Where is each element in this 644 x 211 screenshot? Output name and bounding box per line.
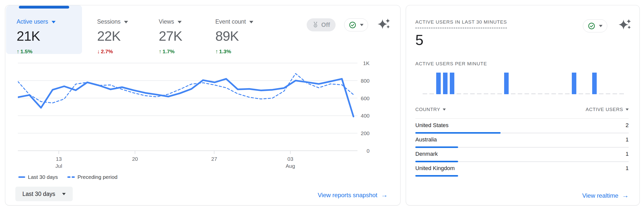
svg-text:1K: 1K <box>363 60 370 66</box>
country-name: United States <box>415 122 449 129</box>
data-quality-dropdown[interactable] <box>583 19 607 32</box>
minute-empty-dash <box>484 71 488 94</box>
table-rows: United States 2 Australia 1 Denmark 1 <box>415 122 629 179</box>
svg-text:0: 0 <box>367 148 370 154</box>
chevron-down-icon <box>360 24 364 26</box>
active-users-30min-value: 5 <box>415 31 423 48</box>
minute-empty-dash <box>429 71 434 94</box>
svg-text:Aug: Aug <box>286 163 295 169</box>
minute-empty-dash <box>579 71 583 94</box>
metric-change: ↑ 1.5% <box>17 48 90 55</box>
trend-arrow-icon: ↑ <box>215 48 218 55</box>
metric-value: 89K <box>215 28 288 44</box>
minute-empty-dash <box>531 71 536 94</box>
active-users-count: 1 <box>626 165 629 172</box>
table-header: COUNTRY ACTIVE USERS <box>415 107 629 118</box>
active-users-count: 2 <box>626 122 629 129</box>
metric-label: Event count <box>215 18 288 25</box>
active-users-count: 1 <box>626 151 629 157</box>
check-circle-icon <box>588 22 595 30</box>
minute-empty-dash <box>525 71 529 94</box>
progress-bar <box>415 175 458 177</box>
progress-bar <box>415 161 458 162</box>
realtime-country-table: COUNTRY ACTIVE USERS United States 2 Aus… <box>415 107 629 179</box>
metric-value: 21K <box>17 28 90 44</box>
progress-bar <box>415 132 501 134</box>
column-label: ACTIVE USERS <box>586 107 623 112</box>
minute-empty-dash <box>457 71 461 94</box>
chevron-down-icon <box>249 21 253 23</box>
column-header-active-users[interactable]: ACTIVE USERS <box>586 107 629 112</box>
metric-change-text: 1.5% <box>20 48 32 55</box>
minute-bar <box>504 71 509 94</box>
country-name: United Kingdom <box>415 165 455 172</box>
metric-label: Active users <box>17 18 90 25</box>
ga-home-dashboard: Active users 21K ↑ 1.5% Sessions 22K ↓ 2… <box>0 0 644 211</box>
minute-empty-dash <box>619 71 624 94</box>
insights-sparkle-button[interactable] <box>618 18 632 32</box>
svg-text:200: 200 <box>361 130 370 136</box>
svg-text:27: 27 <box>211 156 217 162</box>
country-name: Denmark <box>415 151 438 157</box>
metric-change-text: 2.7% <box>101 48 113 55</box>
metric-label-text: Event count <box>215 18 246 25</box>
minute-empty-dash <box>545 71 549 94</box>
minute-empty-dash <box>491 71 495 94</box>
minute-empty-dash <box>585 71 590 94</box>
legend-preceding-period: Preceding period <box>67 174 117 180</box>
minute-empty-dash <box>518 71 522 94</box>
insights-sparkle-button[interactable] <box>377 17 391 31</box>
sparkle-icon <box>378 18 391 31</box>
metric-tab-event-count[interactable]: Event count 89K ↑ 1.3% <box>215 18 288 55</box>
column-header-country[interactable]: COUNTRY <box>415 107 446 112</box>
link-label: View realtime <box>582 192 618 199</box>
header-divider <box>415 118 629 119</box>
progress-bar <box>415 146 458 148</box>
benchmarking-off-badge[interactable]: Off <box>307 18 336 31</box>
legend-label: Preceding period <box>77 174 117 180</box>
realtime-title: ACTIVE USERS IN LAST 30 MINUTES <box>415 19 507 28</box>
minute-empty-dash <box>497 71 502 94</box>
active-users-count: 1 <box>626 136 629 143</box>
svg-text:20: 20 <box>132 156 138 162</box>
realtime-card: ACTIVE USERS IN LAST 30 MINUTES 5 ACTIVE… <box>406 5 640 205</box>
minute-empty-dash <box>538 71 542 94</box>
metric-change-text: 1.7% <box>163 48 175 55</box>
minute-empty-dash <box>565 71 570 94</box>
check-circle-icon <box>349 21 356 29</box>
trend-arrow-icon: ↑ <box>17 48 19 55</box>
chevron-down-icon <box>62 193 66 195</box>
metric-tab-active-users[interactable]: Active users 21K ↑ 1.5% <box>17 18 90 55</box>
active-users-per-minute-chart <box>423 71 624 94</box>
per-minute-title: ACTIVE USERS PER MINUTE <box>415 61 487 67</box>
chevron-down-icon <box>599 25 602 27</box>
active-users-line-chart: 1K800600400200013Jul202703Aug <box>18 59 370 171</box>
minute-empty-dash <box>470 71 475 94</box>
minute-empty-dash <box>558 71 563 94</box>
data-quality-dropdown[interactable] <box>344 18 368 31</box>
minute-empty-dash <box>606 71 610 94</box>
arrow-right-icon: → <box>381 191 388 199</box>
chart-legend: Last 30 days Preceding period <box>18 174 117 180</box>
metric-change-text: 1.3% <box>219 48 231 55</box>
selected-tab-indicator <box>19 6 69 9</box>
trend-arrow-icon: ↓ <box>97 48 100 55</box>
date-range-selector[interactable]: Last 30 days <box>15 187 73 201</box>
chevron-down-icon <box>178 21 182 23</box>
minute-empty-dash <box>423 71 427 94</box>
view-reports-snapshot-link[interactable]: View reports snapshot → <box>318 191 388 199</box>
minute-empty-dash <box>463 71 468 94</box>
minute-bar <box>572 71 576 94</box>
solid-line-swatch-icon <box>18 176 25 178</box>
arrow-right-icon: → <box>622 192 629 199</box>
table-row: United Kingdom 1 <box>415 165 629 179</box>
minute-empty-dash <box>511 71 515 94</box>
svg-text:600: 600 <box>361 95 370 101</box>
link-label: View reports snapshot <box>318 192 377 199</box>
legend-label: Last 30 days <box>28 174 58 180</box>
minute-empty-dash <box>599 71 603 94</box>
chevron-down-icon <box>443 109 446 111</box>
legend-last-30-days: Last 30 days <box>18 174 58 180</box>
table-row: Denmark 1 <box>415 150 629 165</box>
view-realtime-link[interactable]: View realtime → <box>582 192 629 199</box>
